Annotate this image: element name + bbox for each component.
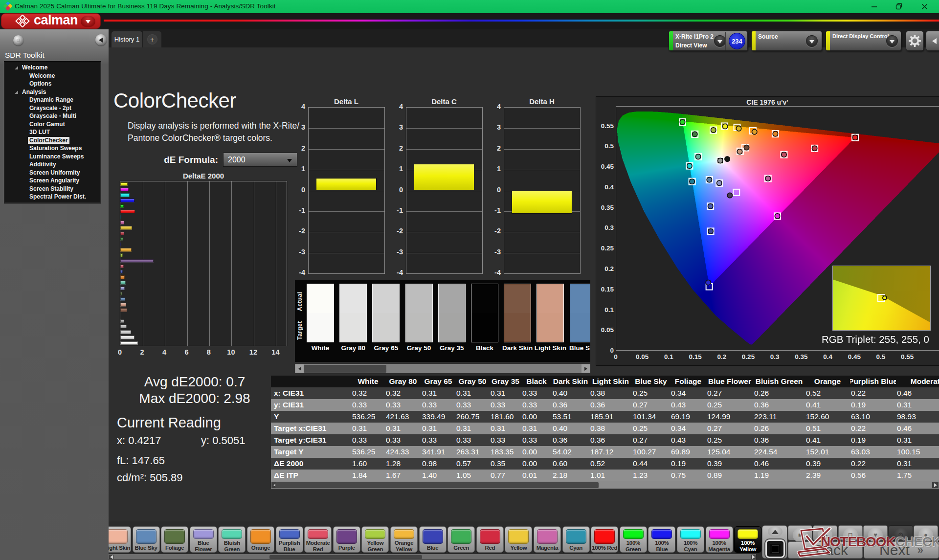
sidebar-item-additivity[interactable]: Additivity [4, 160, 101, 169]
scrollbar-thumb[interactable] [304, 365, 386, 373]
swatch-gray-35 [438, 284, 466, 342]
scroll-left-button[interactable] [295, 364, 304, 373]
tab-history-1[interactable]: History 1 [112, 31, 142, 47]
patch-color [222, 529, 242, 539]
patch-button-bluish-green[interactable]: Bluish Green [218, 526, 246, 553]
aux-button-4[interactable]: ♥ [863, 525, 888, 540]
sidebar-item-dynamic-range[interactable]: Dynamic Range [4, 96, 101, 104]
table-value: 152.60 [805, 411, 850, 423]
patch-color [193, 529, 214, 539]
maximize-button[interactable] [888, 0, 910, 13]
y-tick-label: -2 [487, 227, 501, 235]
swatch-scrollbar[interactable] [295, 364, 590, 373]
aux-button-5[interactable]: ⚙ [889, 525, 913, 540]
sidebar-item-spectral-power-dist-[interactable]: Spectral Power Dist. [4, 193, 101, 201]
patch-button-yellow-green[interactable]: Yellow Green [361, 526, 389, 553]
meter-count-badge[interactable]: 234 [729, 33, 745, 49]
aux-button-6[interactable]: ● [914, 525, 938, 540]
patch-button-purple[interactable]: Purple [333, 526, 360, 553]
patch-button-light-skin[interactable]: Light Skin [109, 526, 131, 553]
patch-color [308, 529, 328, 539]
sidebar-item-screen-uniformity[interactable]: Screen Uniformity [4, 169, 101, 177]
aux-button-3[interactable]: ⊓ [838, 525, 863, 540]
display-control-dropdown-arrow[interactable] [886, 35, 898, 47]
sidebar-item-screen-angularity[interactable]: Screen Angularity [4, 177, 101, 185]
scrollbar-thumb[interactable] [275, 482, 599, 488]
panel-collapse-right-button[interactable] [926, 31, 939, 51]
table-value: 0.43 [670, 399, 706, 411]
tree-group-welcome[interactable]: Welcome [4, 64, 101, 72]
sidebar-item-color-gamut[interactable]: Color Gamut [4, 120, 101, 129]
patch-button-blue[interactable]: Blue [419, 526, 447, 553]
table-value: 424.33 [385, 446, 421, 458]
add-tab-button[interactable]: + [143, 31, 161, 47]
max-de2000: Max dE2000: 2.98 [116, 390, 273, 407]
table-value: 0.77 [490, 470, 521, 481]
patch-button-orange[interactable]: Orange [247, 526, 274, 553]
patch-button-magenta[interactable]: Magenta [534, 526, 561, 553]
scroll-right-button[interactable] [932, 482, 939, 488]
scrollbar-track[interactable] [109, 554, 756, 560]
patch-button-100-cyan[interactable]: 100% Cyan [677, 526, 704, 553]
tree-group-analysis[interactable]: Analysis [4, 88, 101, 96]
table-scrollbar[interactable] [271, 481, 939, 489]
patch-button-100-green[interactable]: 100% Green [620, 526, 647, 553]
sidebar-item-welcome[interactable]: Welcome [4, 72, 101, 80]
patch-button-moderate-red[interactable]: Moderate Red [304, 526, 332, 553]
bottom-toolbar: Light SkinBlue SkyFoliageBlue FlowerBlui… [109, 521, 939, 560]
table-value: 0.52 [589, 458, 632, 470]
settings-button[interactable] [906, 31, 924, 51]
scroll-left-button[interactable] [109, 555, 113, 559]
patch-button-foliage[interactable]: Foliage [161, 526, 188, 553]
patch-button-green[interactable]: Green [447, 526, 475, 553]
sidebar-item-options[interactable]: Options [4, 80, 101, 88]
aux-button-1[interactable]: ■ [788, 525, 812, 540]
scroll-right-button[interactable] [581, 364, 590, 373]
pattern-window-button[interactable] [765, 539, 785, 558]
sidebar-item-grayscale-multi[interactable]: Grayscale - Multi [4, 112, 101, 120]
meter-dropdown-arrow[interactable] [714, 35, 726, 47]
back-button[interactable]: « Back [788, 541, 863, 559]
delta-bar [512, 191, 572, 214]
patch-button-100-yellow[interactable]: 100% Yellow [734, 526, 761, 553]
patch-button-100-magenta[interactable]: 100% Magenta [706, 526, 733, 553]
patch-button-orange-yellow[interactable]: Orange Yellow [390, 526, 418, 553]
minimize-button[interactable] [863, 0, 885, 13]
sidebar-item-colorchecker[interactable]: ColorChecker [4, 136, 101, 145]
patch-button-blue-sky[interactable]: Blue Sky [133, 526, 160, 553]
rgb-triplet-readout: RGB Triplet: 255, 255, 0 [807, 334, 939, 345]
sidebar-item-saturation-sweeps[interactable]: Saturation Sweeps [4, 144, 101, 153]
aux-button-2[interactable]: ▶ [813, 525, 837, 540]
patch-button-blue-flower[interactable]: Blue Flower [190, 526, 217, 553]
de-formula-select[interactable]: 2000 [223, 153, 297, 167]
patch-button-red[interactable]: Red [476, 526, 504, 553]
next-button[interactable]: Next » [864, 541, 939, 559]
logo-dropdown-button[interactable] [81, 16, 95, 27]
patch-color [680, 529, 701, 539]
patch-button-100-blue[interactable]: 100% Blue [648, 526, 675, 553]
patch-color [537, 529, 558, 544]
x-tick-label: 0 [112, 348, 127, 356]
patch-button-100-red[interactable]: 100% Red [591, 526, 618, 553]
patch-color [423, 529, 443, 544]
source-dropdown-arrow[interactable] [806, 35, 818, 47]
sidebar-item-screen-stability[interactable]: Screen Stability [4, 185, 101, 193]
gridline [309, 149, 384, 150]
scrollbar-thumb[interactable] [269, 555, 422, 559]
display-control-dropdown[interactable]: Direct Display Control [826, 31, 901, 51]
calman-logo-button[interactable]: calman [1, 13, 101, 29]
sidebar-collapse-button[interactable] [95, 34, 107, 45]
patch-button-cyan[interactable]: Cyan [562, 526, 590, 553]
sidebar-item-grayscale-2pt[interactable]: Grayscale - 2pt [4, 104, 101, 112]
sidebar-item-3d-lut[interactable]: 3D LUT [4, 128, 101, 136]
toolbar-scrollbar[interactable] [109, 554, 756, 560]
meter-dropdown[interactable]: X-Rite i1Pro 2 Direct View 234 [669, 31, 748, 51]
workflow-radio-button[interactable] [13, 35, 23, 45]
scroll-right-button[interactable] [751, 555, 756, 559]
patch-button-yellow[interactable]: Yellow [505, 526, 532, 553]
close-button[interactable] [913, 0, 936, 13]
sidebar-item-luminance-sweeps[interactable]: Luminance Sweeps [4, 153, 101, 161]
source-dropdown[interactable]: Source [751, 31, 822, 51]
patch-button-purplish-blue[interactable]: Purplish Blue [276, 526, 303, 553]
pattern-up-button[interactable] [768, 526, 782, 537]
